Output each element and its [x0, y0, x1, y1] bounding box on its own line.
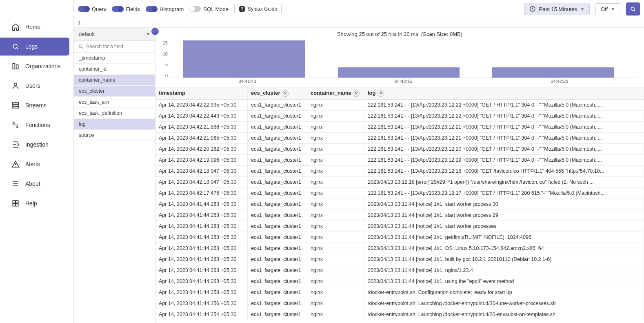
toggle-switch[interactable] — [112, 6, 123, 12]
nav-item-users[interactable]: Users — [4, 77, 69, 95]
nav-item-about[interactable]: About — [4, 175, 69, 193]
column-header-timestamp[interactable]: timestamp — [155, 87, 248, 99]
toggle-switch[interactable] — [146, 6, 157, 12]
table-row[interactable]: Apr 14, 2023 04:41:44.263 +05:30ecs1_far… — [155, 232, 644, 243]
cell-log: 122.161.53.241 - - [13/Apr/2023:23:12:20… — [364, 144, 644, 154]
toggle-histogram[interactable]: Histogram — [146, 6, 184, 12]
nav-item-ingestion[interactable]: Ingestion — [4, 136, 69, 154]
nav-item-functions[interactable]: Functions — [4, 116, 69, 134]
field-item-ecs_task_definition[interactable]: ecs_task_definition — [74, 108, 155, 119]
field-item-source[interactable]: source — [74, 130, 155, 141]
table-row[interactable]: Apr 14, 2023 04:42:18.047 +05:30ecs1_far… — [155, 166, 644, 177]
field-item-ecs_cluster[interactable]: ecs_cluster — [74, 86, 155, 97]
field-item-log[interactable]: log — [74, 119, 155, 130]
nav-item-help[interactable]: Help — [4, 194, 69, 212]
cell-log: /docker-entrypoint.sh: Configuration com… — [364, 287, 644, 298]
cell-timestamp: Apr 14, 2023 04:42:21.065 +05:30 — [155, 133, 248, 143]
histogram-bar[interactable] — [492, 67, 614, 78]
refresh-button[interactable]: Off ▼ — [595, 3, 620, 15]
time-range-button[interactable]: Past 15 Minutes ▼ — [524, 3, 590, 15]
cell-ecs-cluster: ecs1_fargate_cluster1 — [248, 177, 307, 187]
nav-item-organizations[interactable]: Organizations — [4, 57, 69, 75]
remove-column-icon[interactable]: ✕ — [378, 90, 384, 97]
field-item-container_name[interactable]: container_name — [74, 75, 155, 86]
field-search-input[interactable] — [86, 44, 151, 49]
cell-ecs-cluster: ecs1_fargate_cluster1 — [248, 276, 307, 287]
table-row[interactable]: Apr 14, 2023 04:41:44.263 +05:30ecs1_far… — [155, 265, 644, 276]
cell-ecs-cluster: ecs1_fargate_cluster1 — [248, 144, 307, 154]
cell-container-name: nginx — [307, 166, 364, 176]
nav-item-logs[interactable]: Logs — [0, 38, 69, 56]
column-header-log[interactable]: log✕ — [364, 87, 644, 99]
table-row[interactable]: Apr 14, 2023 04:42:22.443 +05:30ecs1_far… — [155, 111, 644, 122]
cell-log: 2023/04/13 23:11:44 [notice] 1#1: start … — [364, 210, 644, 221]
table-row[interactable]: Apr 14, 2023 04:42:22.935 +05:30ecs1_far… — [155, 100, 644, 111]
column-header-ecs_cluster[interactable]: ecs_cluster✕ — [248, 87, 307, 99]
table-row[interactable]: Apr 14, 2023 04:41:44.263 +05:30ecs1_far… — [155, 210, 644, 221]
field-list: _timestampcontainer_idcontainer_nameecs_… — [74, 53, 155, 323]
functions-icon — [11, 121, 20, 129]
cell-log: 122.161.53.241 - - [13/Apr/2023:23:12:17… — [364, 188, 644, 198]
nav-item-streams[interactable]: Streams — [4, 96, 69, 114]
fields-panel: ⋮⋮ default ▼ _timestampcontainer_idconta… — [74, 28, 155, 323]
toggle-query[interactable]: Query — [78, 6, 106, 12]
cell-container-name: nginx — [307, 177, 364, 187]
table-row[interactable]: Apr 14, 2023 04:41:44.256 +05:30ecs1_far… — [155, 298, 644, 309]
cell-container-name: nginx — [307, 309, 364, 320]
cell-log: 2023/04/13 23:11:44 [notice] 1#1: nginx/… — [364, 265, 644, 276]
table-row[interactable]: Apr 14, 2023 04:42:21.065 +05:30ecs1_far… — [155, 133, 644, 144]
stream-select[interactable]: default ▼ — [74, 28, 155, 41]
nav-item-alerts[interactable]: Alerts — [4, 155, 69, 173]
cell-timestamp: Apr 14, 2023 04:41:44.258 +05:30 — [155, 287, 248, 298]
svg-point-0 — [13, 44, 17, 48]
histogram-bar[interactable] — [183, 40, 305, 78]
table-row[interactable]: Apr 14, 2023 04:42:17.475 +05:30ecs1_far… — [155, 188, 644, 199]
remove-column-icon[interactable]: ✕ — [353, 90, 360, 97]
resize-handle[interactable]: ⋮⋮ — [151, 28, 159, 35]
query-editor[interactable]: 1 — [74, 18, 644, 28]
y-tick: 0 — [158, 73, 168, 78]
table-row[interactable]: Apr 14, 2023 04:41:44.263 +05:30ecs1_far… — [155, 221, 644, 232]
histogram-chart[interactable]: 151050 04:41:4004:42:1504:42:20 — [169, 40, 637, 85]
table-row[interactable]: Apr 14, 2023 04:42:20.162 +05:30ecs1_far… — [155, 144, 644, 155]
syntax-guide-button[interactable]: ?Syntax Guide — [234, 4, 282, 14]
toggle-fields[interactable]: Fields — [112, 6, 140, 12]
nav-label: Home — [25, 24, 40, 30]
cell-container-name: nginx — [307, 133, 364, 143]
table-row[interactable]: Apr 14, 2023 04:41:44.263 +05:30ecs1_far… — [155, 254, 644, 265]
nav-label: Users — [25, 82, 40, 89]
table-row[interactable]: Apr 14, 2023 04:42:18.047 +05:30ecs1_far… — [155, 177, 644, 188]
cell-timestamp: Apr 14, 2023 04:41:44.263 +05:30 — [155, 254, 248, 265]
table-row[interactable]: Apr 14, 2023 04:41:44.254 +05:30ecs1_far… — [155, 309, 644, 320]
table-row[interactable]: Apr 14, 2023 04:42:19.096 +05:30ecs1_far… — [155, 155, 644, 166]
table-row[interactable]: Apr 14, 2023 04:42:21.886 +05:30ecs1_far… — [155, 122, 644, 133]
table-row[interactable]: Apr 14, 2023 04:41:44.263 +05:30ecs1_far… — [155, 199, 644, 210]
toggle-sqlmode[interactable]: SQL Mode — [189, 6, 229, 12]
cell-ecs-cluster: ecs1_fargate_cluster1 — [248, 188, 307, 198]
stream-select-label: default — [79, 31, 95, 37]
log-table: timestampecs_cluster✕container_name✕log✕… — [155, 87, 644, 323]
nav-label: Alerts — [25, 161, 40, 167]
svg-rect-1 — [13, 63, 15, 69]
field-item-ecs_task_arn[interactable]: ecs_task_arn — [74, 97, 155, 108]
cell-container-name: nginx — [307, 210, 364, 221]
cell-log: 122.161.53.241 - - [13/Apr/2023:23:12:21… — [364, 122, 644, 132]
svg-rect-8 — [16, 200, 18, 203]
field-item-_timestamp[interactable]: _timestamp — [74, 53, 155, 64]
histogram-bar[interactable] — [338, 67, 460, 78]
nav-item-home[interactable]: Home — [4, 18, 69, 36]
table-row[interactable]: Apr 14, 2023 04:41:44.263 +05:30ecs1_far… — [155, 243, 644, 254]
cell-container-name: nginx — [307, 232, 364, 243]
table-row[interactable]: Apr 14, 2023 04:41:44.258 +05:30ecs1_far… — [155, 287, 644, 298]
run-search-button[interactable] — [626, 2, 640, 16]
cell-log: /docker-entrypoint.sh: Launching /docker… — [364, 309, 644, 320]
toggle-switch[interactable] — [78, 6, 89, 12]
clock-icon — [529, 6, 536, 12]
column-header-container_name[interactable]: container_name✕ — [307, 87, 364, 99]
cell-ecs-cluster: ecs1_fargate_cluster1 — [248, 199, 307, 209]
field-item-container_id[interactable]: container_id — [74, 64, 155, 75]
remove-column-icon[interactable]: ✕ — [282, 90, 289, 97]
table-row[interactable]: Apr 14, 2023 04:41:44.263 +05:30ecs1_far… — [155, 276, 644, 287]
toggle-switch[interactable] — [189, 6, 201, 12]
histogram-y-axis: 151050 — [158, 40, 168, 78]
